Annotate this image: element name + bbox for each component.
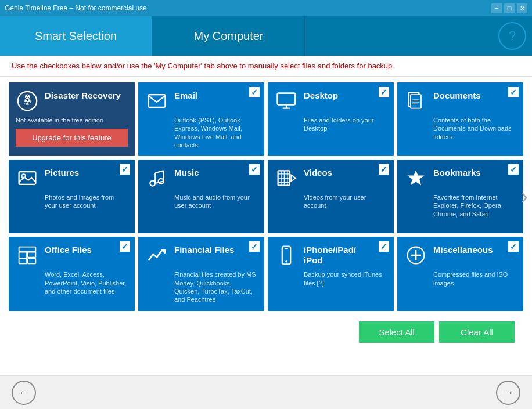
- card-office-files[interactable]: Office Files Word, Excel, Access, PowerP…: [9, 237, 135, 310]
- forward-icon: →: [502, 386, 514, 399]
- card-header: iPhone/iPad/iPod: [275, 244, 387, 267]
- desktop-icon: [275, 89, 298, 113]
- disaster-icon: ☢ ☢: [16, 89, 39, 113]
- card-documents[interactable]: Documents Contents of both the Documents…: [397, 82, 523, 156]
- svg-rect-7: [278, 93, 296, 105]
- maximize-button[interactable]: □: [504, 3, 515, 13]
- iphone-title: iPhone/iPad/iPod: [304, 245, 356, 266]
- disaster-desc: Not available in the free edition: [16, 116, 128, 124]
- documents-title: Documents: [433, 91, 481, 101]
- office-checkbox[interactable]: [120, 241, 130, 252]
- documents-desc: Contents of both the Documents and Downl…: [433, 116, 516, 141]
- misc-title: Miscellaneous: [433, 245, 493, 255]
- svg-marker-28: [291, 175, 296, 182]
- svg-rect-4: [278, 93, 296, 105]
- svg-rect-33: [28, 259, 36, 264]
- card-header: Financial Files: [145, 244, 257, 267]
- back-icon: ←: [18, 386, 30, 399]
- iphone-desc: Backup your synced iTunes files [?]: [304, 270, 387, 287]
- window-controls: − □ ✕: [491, 3, 527, 13]
- iphone-checkbox[interactable]: [379, 241, 389, 252]
- email-title: Email: [174, 91, 197, 101]
- email-checkbox[interactable]: [249, 87, 260, 97]
- card-pictures[interactable]: Pictures Photos and images from your use…: [9, 160, 135, 233]
- svg-point-15: [150, 181, 155, 186]
- videos-desc: Videos from your user account: [304, 193, 387, 210]
- svg-line-20: [155, 171, 163, 173]
- card-desktop[interactable]: Desktop Files and folders on your Deskto…: [268, 82, 394, 156]
- clear-all-button[interactable]: Clear All: [439, 321, 515, 343]
- svg-rect-34: [19, 247, 36, 252]
- upgrade-button[interactable]: Upgrade for this feature: [16, 129, 128, 147]
- svg-rect-3: [149, 95, 166, 107]
- documents-icon: [404, 89, 427, 113]
- desktop-checkbox[interactable]: [379, 87, 389, 97]
- card-header: Bookmarks: [404, 167, 516, 190]
- office-icon: [16, 244, 39, 267]
- office-desc: Word, Excel, Access, PowerPoint, Visio, …: [45, 270, 128, 295]
- financial-icon: [145, 244, 168, 267]
- svg-marker-29: [408, 171, 425, 186]
- financial-title: Financial Files: [174, 245, 234, 255]
- tab-my-computer[interactable]: My Computer: [153, 16, 305, 56]
- pictures-icon: [16, 167, 39, 190]
- iphone-icon: [275, 244, 298, 267]
- misc-icon: [404, 244, 427, 267]
- financial-checkbox[interactable]: [249, 241, 260, 252]
- card-header: ☢ ☢ Disaster Recovery: [16, 89, 128, 113]
- card-videos[interactable]: Videos Videos from your user account: [268, 160, 394, 233]
- card-header: Pictures: [16, 167, 128, 190]
- pictures-checkbox[interactable]: [120, 164, 130, 175]
- bookmarks-checkbox[interactable]: [508, 164, 519, 175]
- card-financial-files[interactable]: Financial Files Financial files created …: [138, 237, 264, 310]
- music-desc: Music and audio from your user account: [174, 193, 257, 210]
- card-misc[interactable]: Miscellaneous Compressed files and ISO i…: [397, 237, 523, 310]
- card-disaster-recovery[interactable]: ☢ ☢ Disaster Recovery Not available in t…: [9, 82, 135, 156]
- card-header: Miscellaneous: [404, 244, 516, 267]
- select-all-button[interactable]: Select All: [359, 321, 434, 343]
- content-area: ☢ ☢ Disaster Recovery Not available in t…: [0, 77, 532, 375]
- card-email[interactable]: Email Outlook (PST), Outlook Express, Wi…: [138, 82, 264, 156]
- minimize-button[interactable]: −: [491, 3, 502, 13]
- card-header: Music: [145, 167, 257, 190]
- office-title: Office Files: [45, 245, 92, 255]
- desktop-title: Desktop: [304, 91, 338, 101]
- card-header: Videos: [275, 167, 387, 190]
- music-title: Music: [174, 168, 199, 178]
- card-music[interactable]: Music Music and audio from your user acc…: [138, 160, 264, 233]
- svg-point-36: [285, 260, 287, 263]
- misc-checkbox[interactable]: [508, 241, 519, 252]
- email-desc: Outlook (PST), Outlook Express, Windows …: [174, 116, 257, 149]
- tab-smart-selection[interactable]: Smart Selection: [0, 16, 153, 56]
- footer-nav: ← →: [0, 375, 532, 409]
- pictures-desc: Photos and images from your user account: [45, 193, 128, 210]
- videos-checkbox[interactable]: [379, 164, 389, 175]
- app-title: Genie Timeline Free – Not for commercial…: [5, 4, 147, 12]
- financial-desc: Financial files created by MS Money, Qui…: [174, 270, 257, 303]
- svg-rect-32: [28, 252, 36, 258]
- card-header: Email: [145, 89, 257, 113]
- bottom-bar: Select All Clear All: [9, 316, 523, 349]
- main-window: Smart Selection My Computer ? Use the ch…: [0, 16, 532, 409]
- tab-bar: Smart Selection My Computer ?: [0, 16, 532, 56]
- svg-rect-30: [19, 252, 27, 259]
- documents-checkbox[interactable]: [508, 87, 519, 97]
- back-button[interactable]: ←: [12, 381, 36, 405]
- bookmarks-icon: [404, 167, 427, 190]
- bookmarks-title: Bookmarks: [433, 168, 481, 178]
- card-iphone[interactable]: iPhone/iPad/iPod Backup your synced iTun…: [268, 237, 394, 310]
- email-icon: [145, 89, 168, 113]
- forward-button[interactable]: →: [496, 381, 520, 405]
- svg-rect-9: [411, 95, 421, 108]
- videos-icon: [275, 167, 298, 190]
- scroll-right-arrow[interactable]: ›: [521, 184, 528, 209]
- close-button[interactable]: ✕: [517, 3, 527, 13]
- card-bookmarks[interactable]: Bookmarks Favorites from Internet Explor…: [397, 160, 523, 233]
- music-checkbox[interactable]: [249, 164, 260, 175]
- svg-rect-13: [19, 172, 36, 184]
- pictures-title: Pictures: [45, 168, 79, 178]
- info-bar: Use the checkboxes below and/or use the …: [0, 56, 532, 77]
- card-header: Desktop: [275, 89, 387, 113]
- misc-desc: Compressed files and ISO images: [433, 270, 516, 287]
- help-button[interactable]: ?: [498, 22, 526, 50]
